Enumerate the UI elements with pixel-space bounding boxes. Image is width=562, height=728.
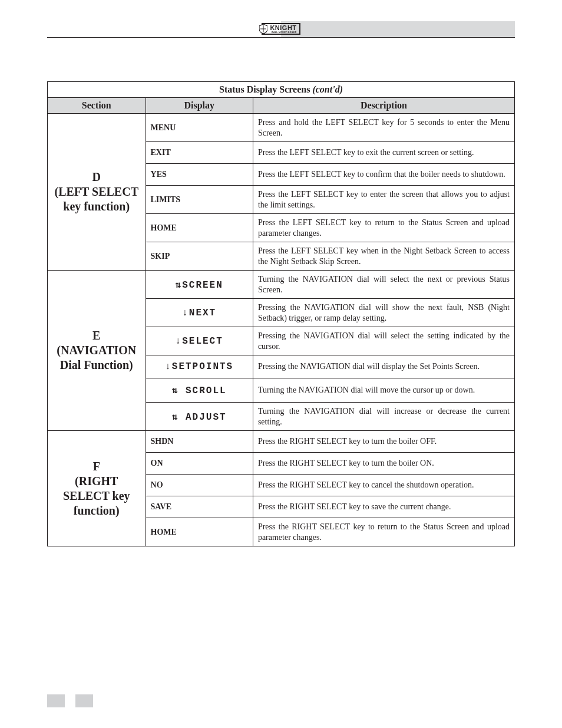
- table-row: D(LEFT SELECT key function)MENUPress and…: [48, 114, 515, 142]
- table-title: Status Display Screens: [219, 84, 310, 94]
- display-cell: ↓SELECT: [146, 327, 253, 355]
- brand-name: KNIGHT: [270, 24, 296, 31]
- description-cell: Press the LEFT SELECT key to confirm tha…: [253, 164, 514, 186]
- brand-logo: KNIGHT WALL MOUNT BOILER: [260, 22, 302, 35]
- description-cell: Press the LEFT SELECT key to exit the cu…: [253, 142, 514, 164]
- shield-icon: [259, 24, 267, 34]
- footer-marks: [47, 694, 93, 707]
- display-cell: ⇅SCREEN: [146, 271, 253, 299]
- footer-square-1: [47, 694, 65, 707]
- section-letter: D: [51, 170, 142, 185]
- section-subtitle: (LEFT SELECT key function): [55, 185, 138, 213]
- display-cell: ⇅ SCROLL: [146, 378, 253, 403]
- description-cell: Pressing the NAVIGATION dial will displa…: [253, 355, 514, 378]
- display-cell: YES: [146, 164, 253, 186]
- header-rule: [47, 37, 515, 38]
- display-cell: MENU: [146, 114, 253, 142]
- description-cell: Press the LEFT SELECT key when in the Ni…: [253, 242, 514, 271]
- display-cell: ↓SETPOINTS: [146, 355, 253, 378]
- col-header-section: Section: [48, 98, 146, 114]
- table-title-cell: Status Display Screens (cont'd): [48, 82, 515, 98]
- description-cell: Turning the NAVIGATION dial will select …: [253, 271, 514, 299]
- main-content: Status Display Screens (cont'd) Section …: [47, 81, 515, 546]
- display-cell: SKIP: [146, 242, 253, 271]
- display-cell: SAVE: [146, 496, 253, 518]
- section-letter: E: [51, 328, 142, 343]
- description-cell: Pressing the NAVIGATION dial will select…: [253, 327, 514, 355]
- description-cell: Press the LEFT SELECT key to return to t…: [253, 214, 514, 242]
- display-cell: ON: [146, 453, 253, 475]
- description-cell: Turning the NAVIGATION dial will move th…: [253, 378, 514, 403]
- description-cell: Turning the NAVIGATION dial will increas…: [253, 403, 514, 431]
- table-row: F(RIGHT SELECT key function)SHDNPress th…: [48, 431, 515, 453]
- brand-subtext: WALL MOUNT BOILER: [270, 32, 296, 34]
- col-header-display: Display: [146, 98, 253, 114]
- description-cell: Press and hold the LEFT SELECT key for 5…: [253, 114, 514, 142]
- display-cell: ↓NEXT: [146, 299, 253, 327]
- display-cell: EXIT: [146, 142, 253, 164]
- description-cell: Pressing the NAVIGATION dial will show t…: [253, 299, 514, 327]
- section-letter: F: [51, 459, 142, 474]
- table-title-suffix: (cont'd): [312, 84, 343, 94]
- description-cell: Press the LEFT SELECT key to enter the s…: [253, 186, 514, 214]
- description-cell: Press the RIGHT SELECT key to cancel the…: [253, 475, 514, 496]
- display-cell: LIMITS: [146, 186, 253, 214]
- display-cell: HOME: [146, 214, 253, 242]
- section-subtitle: (RIGHT SELECT key function): [63, 475, 130, 517]
- page-header-bar: KNIGHT WALL MOUNT BOILER: [47, 21, 515, 38]
- status-display-table: Status Display Screens (cont'd) Section …: [47, 81, 515, 546]
- description-cell: Press the RIGHT SELECT key to return to …: [253, 518, 514, 546]
- col-header-description: Description: [253, 98, 514, 114]
- display-cell: ⇅ ADJUST: [146, 403, 253, 431]
- section-subtitle: (NAVIGATION Dial Function): [57, 344, 136, 371]
- table-header-row: Section Display Description: [48, 98, 515, 114]
- display-cell: NO: [146, 475, 253, 496]
- section-cell: D(LEFT SELECT key function): [48, 114, 146, 271]
- display-cell: SHDN: [146, 431, 253, 453]
- description-cell: Press the RIGHT SELECT key to turn the b…: [253, 453, 514, 475]
- header-gray-background: [281, 21, 515, 38]
- section-cell: F(RIGHT SELECT key function): [48, 431, 146, 546]
- display-cell: HOME: [146, 518, 253, 546]
- description-cell: Press the RIGHT SELECT key to save the c…: [253, 496, 514, 518]
- section-cell: E(NAVIGATION Dial Function): [48, 271, 146, 431]
- description-cell: Press the RIGHT SELECT key to turn the b…: [253, 431, 514, 453]
- footer-square-2: [75, 694, 93, 707]
- table-row: E(NAVIGATION Dial Function)⇅SCREENTurnin…: [48, 271, 515, 299]
